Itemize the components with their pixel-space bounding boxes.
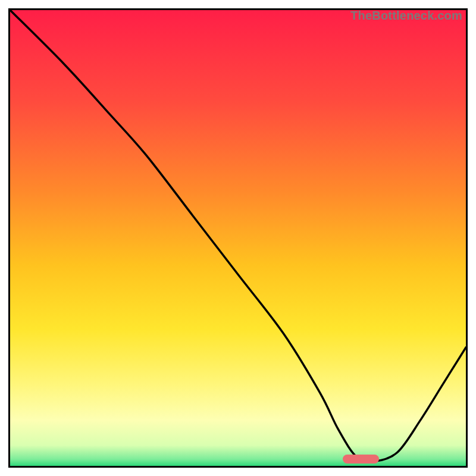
optimal-range-marker	[343, 455, 379, 464]
watermark-text: TheBottleneck.com	[350, 9, 462, 23]
bottleneck-curve	[10, 10, 466, 462]
bottleneck-curve-svg	[10, 10, 466, 466]
chart-frame: TheBottleneck.com	[8, 8, 468, 468]
